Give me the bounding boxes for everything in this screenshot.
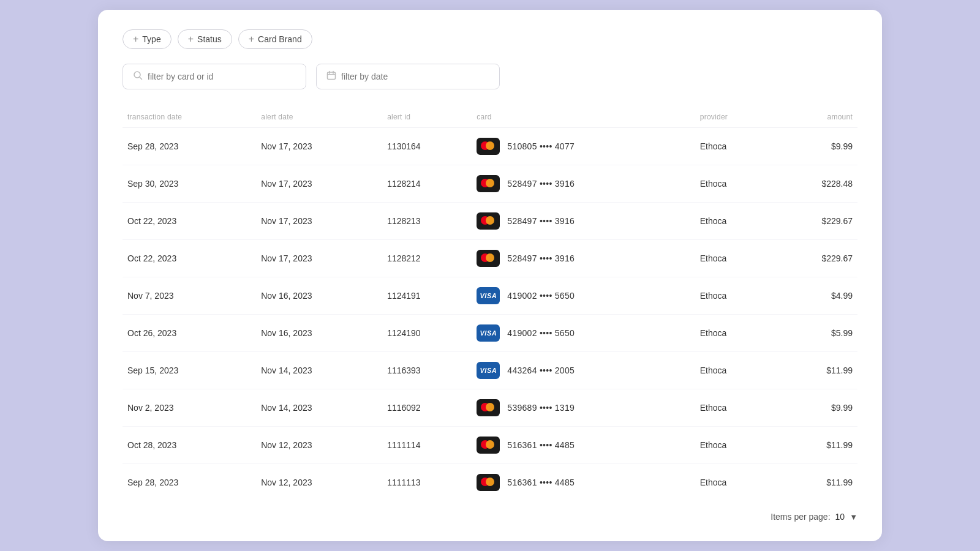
cell-card: 516361 •••• 4485 [472, 464, 695, 501]
card-search-wrap [123, 64, 306, 89]
card-number: 516361 •••• 4485 [507, 440, 575, 450]
items-per-page-dropdown-icon[interactable]: ▼ [850, 512, 858, 522]
cell-alert-id: 1128212 [382, 240, 472, 277]
cell-alert-date: Nov 16, 2023 [256, 315, 382, 352]
cell-provider: Ethoca [695, 128, 773, 165]
cell-alert-id: 1111114 [382, 427, 472, 464]
calendar-icon [326, 70, 336, 83]
table-row: Nov 7, 2023Nov 16, 20231124191VISA419002… [123, 277, 858, 315]
svg-rect-2 [328, 72, 336, 80]
cell-amount: $9.99 [773, 389, 858, 427]
date-filter-wrap [316, 64, 500, 89]
cell-transaction-date: Sep 28, 2023 [123, 128, 256, 165]
cell-provider: Ethoca [695, 464, 773, 501]
cell-card: VISA419002 •••• 5650 [472, 315, 695, 352]
cell-amount: $9.99 [773, 128, 858, 165]
cell-provider: Ethoca [695, 240, 773, 277]
table-row: Sep 15, 2023Nov 14, 20231116393VISA44326… [123, 352, 858, 389]
cell-provider: Ethoca [695, 203, 773, 240]
cell-transaction-date: Sep 30, 2023 [123, 165, 256, 203]
cell-alert-date: Nov 17, 2023 [256, 128, 382, 165]
transactions-table: transaction date alert date alert id car… [123, 107, 858, 501]
card-search-input[interactable] [148, 72, 296, 81]
table-row: Oct 22, 2023Nov 17, 20231128212528497 ••… [123, 240, 858, 277]
cell-transaction-date: Oct 22, 2023 [123, 203, 256, 240]
mastercard-card-icon [477, 437, 500, 454]
mastercard-card-icon [477, 212, 500, 230]
type-filter-pill[interactable]: + Type [123, 29, 172, 49]
card-brand-filter-pill[interactable]: + Card Brand [238, 29, 312, 49]
cell-alert-date: Nov 17, 2023 [256, 203, 382, 240]
date-filter-input[interactable] [341, 72, 489, 81]
card-brand-plus-icon: + [249, 34, 254, 45]
cell-provider: Ethoca [695, 315, 773, 352]
type-filter-label: Type [142, 34, 160, 44]
cell-alert-date: Nov 12, 2023 [256, 427, 382, 464]
mastercard-card-icon [477, 399, 500, 416]
cell-alert-id: 1124190 [382, 315, 472, 352]
col-card: card [472, 107, 695, 128]
cell-alert-id: 1128213 [382, 203, 472, 240]
card-brand-filter-label: Card Brand [258, 34, 302, 44]
cell-transaction-date: Oct 28, 2023 [123, 427, 256, 464]
table-row: Oct 22, 2023Nov 17, 20231128213528497 ••… [123, 203, 858, 240]
status-filter-label: Status [197, 34, 222, 44]
items-per-page: Items per page: 10 ▼ [771, 512, 858, 522]
cell-provider: Ethoca [695, 352, 773, 389]
cell-provider: Ethoca [695, 165, 773, 203]
cell-provider: Ethoca [695, 389, 773, 427]
visa-card-icon: VISA [477, 324, 500, 342]
cell-card: 528497 •••• 3916 [472, 165, 695, 203]
table-row: Oct 26, 2023Nov 16, 20231124190VISA41900… [123, 315, 858, 352]
cell-alert-date: Nov 17, 2023 [256, 240, 382, 277]
visa-card-icon: VISA [477, 362, 500, 379]
cell-card: 528497 •••• 3916 [472, 203, 695, 240]
cell-transaction-date: Oct 22, 2023 [123, 240, 256, 277]
cell-transaction-date: Sep 28, 2023 [123, 464, 256, 501]
table-row: Sep 28, 2023Nov 12, 20231111113516361 ••… [123, 464, 858, 501]
visa-card-icon: VISA [477, 287, 500, 304]
mastercard-card-icon [477, 175, 500, 192]
table-row: Sep 28, 2023Nov 17, 20231130164510805 ••… [123, 128, 858, 165]
cell-amount: $11.99 [773, 464, 858, 501]
cell-card: 528497 •••• 3916 [472, 240, 695, 277]
col-alert-date: alert date [256, 107, 382, 128]
cell-card: 539689 •••• 1319 [472, 389, 695, 427]
table-row: Sep 30, 2023Nov 17, 20231128214528497 ••… [123, 165, 858, 203]
cell-alert-date: Nov 12, 2023 [256, 464, 382, 501]
cell-alert-date: Nov 17, 2023 [256, 165, 382, 203]
cell-card: VISA419002 •••• 5650 [472, 277, 695, 315]
cell-provider: Ethoca [695, 277, 773, 315]
cell-alert-id: 1124191 [382, 277, 472, 315]
cell-alert-id: 1111113 [382, 464, 472, 501]
card-number: 510805 •••• 4077 [507, 141, 575, 151]
cell-card: VISA443264 •••• 2005 [472, 352, 695, 389]
cell-transaction-date: Sep 15, 2023 [123, 352, 256, 389]
pagination-footer: Items per page: 10 ▼ [123, 512, 858, 522]
card-number: 419002 •••• 5650 [507, 291, 575, 301]
cell-card: 510805 •••• 4077 [472, 128, 695, 165]
status-plus-icon: + [188, 34, 194, 45]
search-icon [133, 70, 143, 83]
cell-transaction-date: Nov 2, 2023 [123, 389, 256, 427]
table-header-row: transaction date alert date alert id car… [123, 107, 858, 128]
type-plus-icon: + [133, 34, 138, 45]
cell-provider: Ethoca [695, 427, 773, 464]
status-filter-pill[interactable]: + Status [178, 29, 232, 49]
cell-amount: $228.48 [773, 165, 858, 203]
col-provider: provider [695, 107, 773, 128]
card-number: 419002 •••• 5650 [507, 328, 575, 338]
cell-alert-id: 1116092 [382, 389, 472, 427]
card-number: 443264 •••• 2005 [507, 365, 575, 375]
col-transaction-date: transaction date [123, 107, 256, 128]
col-amount: amount [773, 107, 858, 128]
card-number: 528497 •••• 3916 [507, 253, 575, 263]
mastercard-card-icon [477, 474, 500, 491]
card-number: 539689 •••• 1319 [507, 403, 575, 413]
cell-amount: $11.99 [773, 352, 858, 389]
cell-amount: $229.67 [773, 203, 858, 240]
filter-pills-row: + Type + Status + Card Brand [123, 29, 858, 49]
cell-alert-id: 1116393 [382, 352, 472, 389]
cell-amount: $229.67 [773, 240, 858, 277]
card-number: 516361 •••• 4485 [507, 478, 575, 487]
